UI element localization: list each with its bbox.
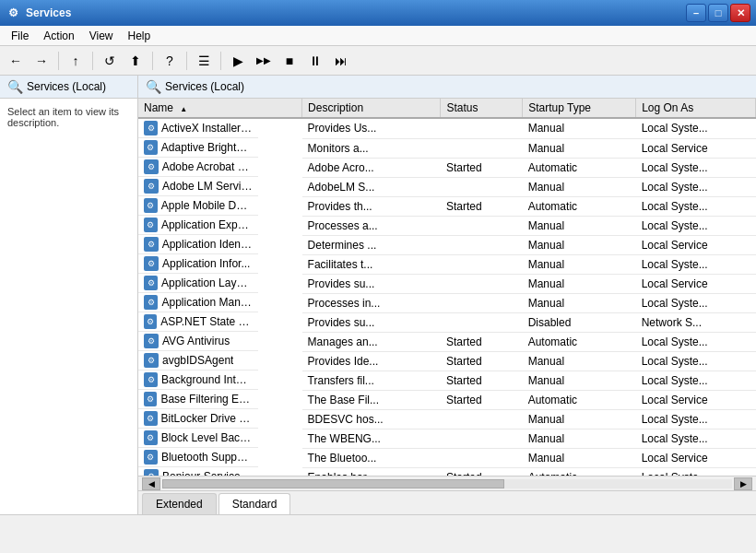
forward-button[interactable]: →: [30, 49, 53, 73]
cell-desc: AdobeLM S...: [302, 177, 441, 196]
table-row[interactable]: ⚙ASP.NET State Ser...Provides su...Disab…: [138, 312, 756, 332]
cell-name: ⚙Application Mana...: [138, 293, 258, 312]
col-header-desc[interactable]: Description: [302, 99, 441, 118]
scroll-left-btn[interactable]: ◀: [142, 477, 160, 490]
tab-standard[interactable]: Standard: [219, 493, 291, 514]
stop-button[interactable]: ■: [278, 49, 301, 73]
cell-status: [441, 293, 523, 312]
cell-status: [441, 118, 523, 138]
cell-logon: Local Syste...: [636, 293, 756, 312]
table-row[interactable]: ⚙Bonjour ServiceEnables har...StartedAut…: [138, 467, 756, 476]
table-row[interactable]: ⚙Application Infor...Facilitates t...Man…: [138, 254, 756, 274]
service-icon: ⚙: [144, 430, 158, 445]
play-button[interactable]: ▶: [226, 49, 250, 73]
export-button[interactable]: ⬆: [124, 49, 148, 73]
properties-button[interactable]: ☰: [192, 49, 216, 73]
cell-name: ⚙Application Layer ...: [138, 274, 258, 293]
horizontal-scrollbar[interactable]: ◀ ▶: [138, 476, 756, 490]
menu-view[interactable]: View: [82, 28, 121, 44]
scroll-right-btn[interactable]: ▶: [734, 477, 752, 490]
play2-button[interactable]: ▶▶: [252, 49, 276, 73]
table-row[interactable]: ⚙avgbIDSAgentProvides Ide...StartedManua…: [138, 351, 756, 371]
cell-startup: Manual: [523, 429, 636, 448]
table-row[interactable]: ⚙Adobe Acrobat U...Adobe Acro...StartedA…: [138, 158, 756, 177]
cell-status: Started: [441, 332, 523, 351]
pause-button[interactable]: ⏸: [303, 49, 327, 73]
close-button[interactable]: ✕: [730, 4, 750, 22]
cell-logon: Local Syste...: [636, 409, 756, 429]
table-row[interactable]: ⚙AVG AntivirusManages an...StartedAutoma…: [138, 332, 756, 351]
title-bar: ⚙ Services – □ ✕: [0, 0, 756, 26]
minimize-button[interactable]: –: [686, 4, 706, 22]
service-icon: ⚙: [144, 218, 158, 232]
maximize-button[interactable]: □: [708, 4, 728, 22]
cell-desc: Provides su...: [302, 274, 441, 293]
table-row[interactable]: ⚙ActiveX Installer (…Provides Us...Manua…: [138, 118, 756, 138]
cell-startup: Disabled: [523, 312, 636, 332]
left-panel-header: 🔍 Services (Local): [0, 76, 137, 99]
cell-name: ⚙ActiveX Installer (…: [138, 119, 258, 138]
table-row[interactable]: ⚙Adaptive BrightnessMonitors a...ManualL…: [138, 138, 756, 158]
service-icon: ⚙: [144, 237, 159, 252]
col-header-startup[interactable]: Startup Type: [523, 99, 636, 118]
cell-startup: Manual: [523, 138, 636, 158]
refresh-button[interactable]: ↺: [98, 49, 122, 73]
scrollbar-thumb[interactable]: [162, 479, 504, 488]
table-row[interactable]: ⚙Application Mana...Processes in...Manua…: [138, 293, 756, 312]
menu-action[interactable]: Action: [36, 28, 81, 44]
table-row[interactable]: ⚙Application IdentityDetermines ...Manua…: [138, 235, 756, 254]
cell-logon: Local Syste...: [636, 351, 756, 371]
tab-extended[interactable]: Extended: [142, 493, 217, 514]
service-icon: ⚙: [144, 198, 158, 213]
cell-desc: Determines ...: [302, 235, 441, 254]
service-icon: ⚙: [144, 353, 159, 368]
services-table[interactable]: Name ▲ Description Status Startup Type L…: [138, 99, 756, 476]
cell-status: Started: [441, 196, 523, 216]
cell-name: ⚙Block Level Backu...: [138, 429, 258, 448]
cell-name: ⚙Application Experi...: [138, 216, 258, 235]
window-title: Services: [26, 6, 686, 19]
service-icon: ⚙: [144, 469, 159, 476]
cell-name: ⚙Bluetooth Support...: [138, 448, 258, 467]
left-panel: 🔍 Services (Local) Select an item to vie…: [0, 76, 138, 514]
cell-desc: Provides Ide...: [302, 351, 441, 371]
sort-arrow: ▲: [180, 105, 187, 113]
menu-file[interactable]: File: [4, 28, 36, 44]
table-row[interactable]: ⚙Block Level Backu...The WBENG...ManualL…: [138, 429, 756, 448]
table-row[interactable]: ⚙Adobe LM ServiceAdobeLM S...ManualLocal…: [138, 177, 756, 196]
col-header-name[interactable]: Name ▲: [138, 99, 302, 118]
up-button[interactable]: ↑: [64, 49, 88, 73]
cell-name: ⚙avgbIDSAgent: [138, 351, 258, 371]
cell-logon: Local Syste...: [636, 467, 756, 476]
cell-startup: Automatic: [523, 158, 636, 177]
table-row[interactable]: ⚙Application Experi...Processes a...Manu…: [138, 216, 756, 235]
resume-button[interactable]: ⏭: [329, 49, 353, 73]
service-icon: ⚙: [144, 140, 158, 155]
col-header-status[interactable]: Status: [441, 99, 523, 118]
help-button[interactable]: ?: [158, 49, 182, 73]
cell-startup: Manual: [523, 371, 636, 390]
cell-startup: Manual: [523, 448, 636, 467]
menu-help[interactable]: Help: [121, 28, 159, 44]
cell-startup: Manual: [523, 254, 636, 274]
col-header-logon[interactable]: Log On As: [636, 99, 756, 118]
table-row[interactable]: ⚙Base Filtering Engi...The Base Fil...St…: [138, 390, 756, 409]
cell-logon: Local Syste...: [636, 118, 756, 138]
cell-status: Started: [441, 371, 523, 390]
bottom-tabs: Extended Standard: [138, 490, 756, 514]
cell-desc: Processes in...: [302, 293, 441, 312]
cell-startup: Manual: [523, 216, 636, 235]
table-row[interactable]: ⚙Apple Mobile Devi...Provides th...Start…: [138, 196, 756, 216]
cell-desc: The Base Fil...: [302, 390, 441, 409]
table-row[interactable]: ⚙Bluetooth Support...The Bluetoo...Manua…: [138, 448, 756, 467]
table-row[interactable]: ⚙BitLocker Drive En...BDESVC hos...Manua…: [138, 409, 756, 429]
back-button[interactable]: ←: [4, 49, 28, 73]
left-panel-title: Services (Local): [27, 80, 106, 93]
service-icon: ⚙: [144, 372, 158, 387]
cell-startup: Automatic: [523, 332, 636, 351]
table-row[interactable]: ⚙Background Intelli...Transfers fil...St…: [138, 371, 756, 390]
cell-desc: The Bluetoo...: [302, 448, 441, 467]
table-row[interactable]: ⚙Application Layer ...Provides su...Manu…: [138, 274, 756, 293]
cell-desc: Manages an...: [302, 332, 441, 351]
cell-status: Started: [441, 390, 523, 409]
